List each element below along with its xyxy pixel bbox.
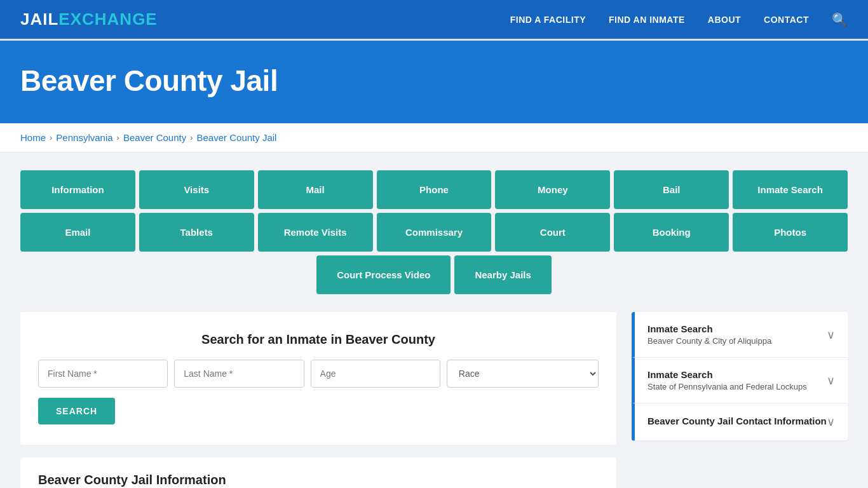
sidebar-card-subtitle-2: State of Pennsylvania and Federal Lockup… [648, 382, 807, 391]
page-title: Beaver County Jail [20, 64, 848, 98]
breadcrumb-sep-3: › [190, 133, 193, 142]
info-section: Beaver County Jail Information [20, 458, 616, 488]
btn-tablets[interactable]: Tablets [139, 213, 254, 252]
chevron-down-icon-2: ∨ [827, 374, 835, 388]
first-name-input[interactable] [38, 360, 168, 388]
nav-find-inmate[interactable]: FIND AN INMATE [609, 15, 685, 25]
right-sidebar: Inmate Search Beaver County & City of Al… [632, 312, 848, 441]
chevron-down-icon-1: ∨ [827, 328, 835, 342]
nav-links: FIND A FACILITY FIND AN INMATE ABOUT CON… [510, 12, 848, 27]
breadcrumb-home[interactable]: Home [20, 132, 46, 143]
chevron-down-icon-3: ∨ [827, 415, 835, 429]
btn-inmate-search[interactable]: Inmate Search [733, 170, 848, 209]
navbar: JAILEXCHANGE FIND A FACILITY FIND AN INM… [0, 0, 868, 41]
logo-exchange: EXCHANGE [58, 10, 157, 29]
btn-nearby-jails[interactable]: Nearby Jails [454, 255, 551, 294]
hero-section: Beaver County Jail [0, 41, 868, 123]
btn-mail[interactable]: Mail [258, 170, 373, 209]
nav-find-facility[interactable]: FIND A FACILITY [510, 15, 586, 25]
breadcrumb-beaver-county[interactable]: Beaver County [123, 132, 186, 143]
btn-photos[interactable]: Photos [733, 213, 848, 252]
btn-bail[interactable]: Bail [614, 170, 729, 209]
sidebar-card-inmate-search-beaver[interactable]: Inmate Search Beaver County & City of Al… [632, 312, 848, 358]
lower-section: Search for an Inmate in Beaver County Ra… [20, 312, 848, 488]
sidebar-card-inmate-search-pa[interactable]: Inmate Search State of Pennsylvania and … [632, 358, 848, 403]
breadcrumb: Home › Pennsylvania › Beaver County › Be… [0, 123, 868, 152]
btn-email[interactable]: Email [20, 213, 135, 252]
btn-court[interactable]: Court [495, 213, 610, 252]
btn-booking[interactable]: Booking [614, 213, 729, 252]
btn-information[interactable]: Information [20, 170, 135, 209]
grid-row-2: Email Tablets Remote Visits Commissary C… [20, 213, 848, 252]
info-section-title: Beaver County Jail Information [38, 473, 599, 487]
form-row-inputs: RaceWhiteBlackHispanicAsianOther [38, 360, 599, 388]
breadcrumb-sep-1: › [50, 133, 52, 142]
sidebar-card-title-2: Inmate Search [648, 369, 807, 380]
search-button[interactable]: SEARCH [38, 398, 115, 424]
sidebar-card-contact-info[interactable]: Beaver County Jail Contact Information ∨ [632, 403, 848, 441]
breadcrumb-sep-2: › [117, 133, 119, 142]
btn-visits[interactable]: Visits [139, 170, 254, 209]
breadcrumb-pennsylvania[interactable]: Pennsylvania [56, 132, 112, 143]
last-name-input[interactable] [174, 360, 304, 388]
sidebar-card-title-3: Beaver County Jail Contact Information [648, 416, 827, 426]
sidebar-card-subtitle-1: Beaver County & City of Aliquippa [648, 336, 771, 346]
btn-court-process-video[interactable]: Court Process Video [316, 255, 451, 294]
grid-row-3: Court Process Video Nearby Jails [20, 255, 848, 294]
breadcrumb-beaver-county-jail[interactable]: Beaver County Jail [197, 132, 277, 143]
btn-remote-visits[interactable]: Remote Visits [258, 213, 373, 252]
btn-money[interactable]: Money [495, 170, 610, 209]
btn-phone[interactable]: Phone [377, 170, 492, 209]
logo[interactable]: JAILEXCHANGE [20, 10, 158, 29]
grid-row-1: Information Visits Mail Phone Money Bail… [20, 170, 848, 209]
btn-commissary[interactable]: Commissary [377, 213, 492, 252]
sidebar-card-title-1: Inmate Search [648, 323, 771, 334]
age-input[interactable] [311, 360, 440, 388]
nav-contact[interactable]: CONTACT [764, 15, 809, 25]
logo-jail: JAIL [20, 10, 58, 29]
race-select[interactable]: RaceWhiteBlackHispanicAsianOther [447, 360, 599, 388]
search-icon[interactable]: 🔍 [832, 12, 848, 27]
nav-about[interactable]: ABOUT [708, 15, 741, 25]
search-form-container: Search for an Inmate in Beaver County Ra… [20, 312, 616, 445]
search-form-title: Search for an Inmate in Beaver County [38, 332, 599, 347]
main-content: Information Visits Mail Phone Money Bail… [0, 152, 868, 488]
